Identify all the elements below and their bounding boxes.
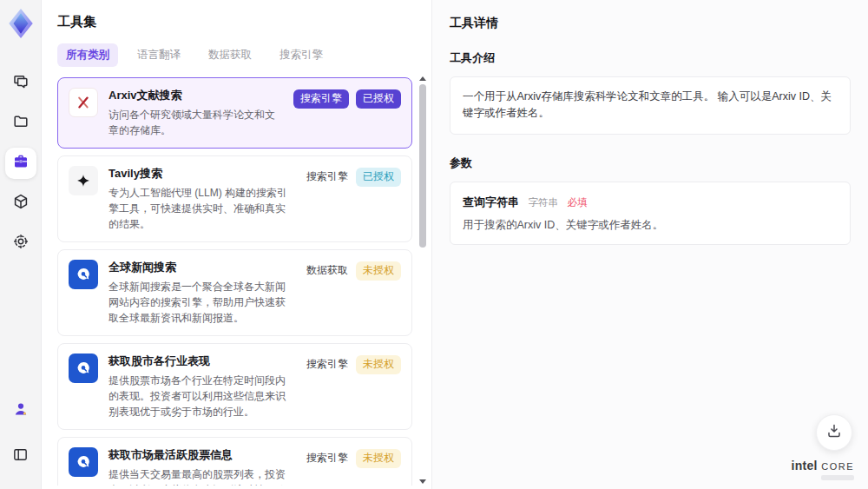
intel-core-logo: intel CORE	[791, 458, 854, 480]
tool-card-body: 全球新闻搜索全球新闻搜索是一个聚合全球各大新闻网站内容的搜索引擎，帮助用户快速获…	[108, 260, 295, 326]
parameter-desc: 用于搜索的Arxiv ID、关键字或作者姓名。	[463, 218, 838, 233]
download-button[interactable]	[816, 414, 852, 451]
tool-title: 全球新闻搜索	[108, 260, 295, 275]
tool-card-body: 获取市场最活跃股票信息提供当天交易量最高的股票列表，投资者可以利用这些信息来识别…	[108, 447, 295, 486]
tool-card-body: Tavily搜索专为人工智能代理 (LLM) 构建的搜索引擎工具，可快速提供实时…	[108, 166, 295, 232]
user-avatar-icon	[12, 400, 30, 421]
auth-status-badge: 未授权	[356, 449, 401, 468]
tool-title: Arxiv文献搜索	[108, 88, 283, 103]
tool-title: 获取市场最活跃股票信息	[108, 447, 295, 463]
news-search-logo-icon	[69, 354, 98, 383]
tool-card[interactable]: 获取市场最活跃股票信息提供当天交易量最高的股票列表，投资者可以利用这些信息来识别…	[57, 437, 412, 486]
toolbox-icon	[12, 153, 30, 174]
parameter-box: 查询字符串 字符串 必填 用于搜索的Arxiv ID、关键字或作者姓名。	[450, 182, 851, 245]
category-badge: 搜索引擎	[306, 355, 349, 374]
app-logo-icon	[5, 7, 36, 40]
category-badge: 数据获取	[306, 261, 349, 281]
tool-intro-text: 一个用于从Arxiv存储库搜索科学论文和文章的工具。 输入可以是Arxiv ID…	[463, 90, 832, 119]
category-badge: 搜索引擎	[293, 89, 349, 109]
tool-card-body: Arxiv文献搜索访问各个研究领域大量科学论文和文章的存储库。	[108, 88, 283, 138]
category-badge: 搜索引擎	[306, 168, 349, 187]
scrollbar-thumb[interactable]	[419, 84, 426, 248]
tool-description: 访问各个研究领域大量科学论文和文章的存储库。	[108, 107, 283, 138]
category-badge: 搜索引擎	[306, 449, 349, 468]
panel-toggle-icon	[12, 446, 29, 466]
details-title: 工具详情	[450, 16, 851, 31]
tool-badges: 搜索引擎已授权	[293, 88, 401, 109]
tool-title: 获取股市各行业表现	[108, 354, 295, 369]
required-badge: 必填	[567, 197, 587, 208]
tavily-star-icon	[69, 166, 98, 195]
scroll-up-arrow[interactable]	[419, 76, 426, 81]
auth-status-badge: 已授权	[356, 89, 401, 109]
tool-badges: 搜索引擎已授权	[306, 166, 401, 187]
parameter-name: 查询字符串	[463, 195, 519, 208]
arxiv-logo-icon	[69, 88, 98, 117]
news-search-logo-icon	[69, 260, 98, 289]
cube-icon	[12, 193, 30, 214]
auth-status-badge: 未授权	[356, 261, 401, 281]
tool-card[interactable]: 全球新闻搜索全球新闻搜索是一个聚合全球各大新闻网站内容的搜索引擎，帮助用户快速获…	[57, 249, 412, 336]
parameter-header: 查询字符串 字符串 必填	[463, 194, 838, 210]
tool-description: 专为人工智能代理 (LLM) 构建的搜索引擎工具，可快速提供实时、准确和真实的结…	[108, 185, 295, 232]
gear-icon	[12, 233, 30, 254]
scroll-down-arrow[interactable]	[419, 479, 426, 484]
tool-description: 提供股票市场各个行业在特定时间段内的表现。投资者可以利用这些信息来识别表现优于或…	[108, 373, 295, 420]
tab-1[interactable]: 语言翻译	[128, 43, 189, 67]
intel-brand-name: intel	[791, 459, 817, 472]
sidebar-item-chat[interactable]	[5, 68, 36, 99]
user-avatar[interactable]	[5, 395, 36, 426]
page-title: 工具集	[57, 14, 412, 30]
tool-card-body: 获取股市各行业表现提供股票市场各个行业在特定时间段内的表现。投资者可以利用这些信…	[108, 354, 295, 420]
tool-details-panel: 工具详情 工具介绍 一个用于从Arxiv存储库搜索科学论文和文章的工具。 输入可…	[432, 0, 868, 489]
params-heading: 参数	[450, 155, 851, 171]
tool-description: 提供当天交易量最高的股票列表，投资者可以利用这些信息来识别流动性强的股票和潜在的…	[108, 466, 295, 486]
tab-2[interactable]: 数据获取	[200, 43, 260, 67]
intel-logo-sub-mark	[821, 475, 854, 480]
tool-list: Arxiv文献搜索访问各个研究领域大量科学论文和文章的存储库。搜索引擎已授权Ta…	[57, 77, 412, 486]
sidebar-item-tools[interactable]	[5, 148, 36, 179]
parameter-type: 字符串	[528, 197, 558, 208]
tool-badges: 数据获取未授权	[306, 260, 401, 281]
tool-description: 全球新闻搜索是一个聚合全球各大新闻网站内容的搜索引擎，帮助用户快速获取全球最新资…	[108, 279, 295, 326]
auth-status-badge: 未授权	[356, 355, 401, 374]
tool-card[interactable]: Tavily搜索专为人工智能代理 (LLM) 构建的搜索引擎工具，可快速提供实时…	[57, 155, 412, 242]
auth-status-badge: 已授权	[356, 168, 401, 187]
tool-intro-box: 一个用于从Arxiv存储库搜索科学论文和文章的工具。 输入可以是Arxiv ID…	[450, 76, 851, 135]
tool-card[interactable]: Arxiv文献搜索访问各个研究领域大量科学论文和文章的存储库。搜索引擎已授权	[57, 77, 412, 149]
app-window: 工具集 所有类别语言翻译数据获取搜索引擎 Arxiv文献搜索访问各个研究领域大量…	[0, 0, 868, 489]
sidebar-item-settings[interactable]	[5, 228, 36, 259]
folder-icon	[12, 113, 30, 134]
tool-badges: 搜索引擎未授权	[306, 447, 401, 468]
tool-card[interactable]: 获取股市各行业表现提供股票市场各个行业在特定时间段内的表现。投资者可以利用这些信…	[57, 343, 412, 430]
chat-icon	[12, 73, 30, 94]
sidebar-item-files[interactable]	[5, 108, 36, 139]
tab-0[interactable]: 所有类别	[57, 43, 118, 67]
intro-heading: 工具介绍	[450, 50, 851, 66]
collapse-sidebar-button[interactable]	[5, 440, 36, 472]
list-scrollbar[interactable]	[418, 76, 427, 484]
news-search-logo-icon	[69, 447, 98, 477]
tool-title: Tavily搜索	[108, 166, 295, 182]
tool-badges: 搜索引擎未授权	[306, 354, 401, 374]
sidebar-item-plugins[interactable]	[5, 188, 36, 219]
download-icon	[825, 422, 843, 443]
tools-panel: 工具集 所有类别语言翻译数据获取搜索引擎 Arxiv文献搜索访问各个研究领域大量…	[42, 0, 432, 489]
intel-brand-suffix: CORE	[821, 461, 854, 472]
sidebar	[0, 0, 42, 489]
tab-3[interactable]: 搜索引擎	[271, 43, 332, 67]
category-tabs: 所有类别语言翻译数据获取搜索引擎	[57, 43, 412, 67]
